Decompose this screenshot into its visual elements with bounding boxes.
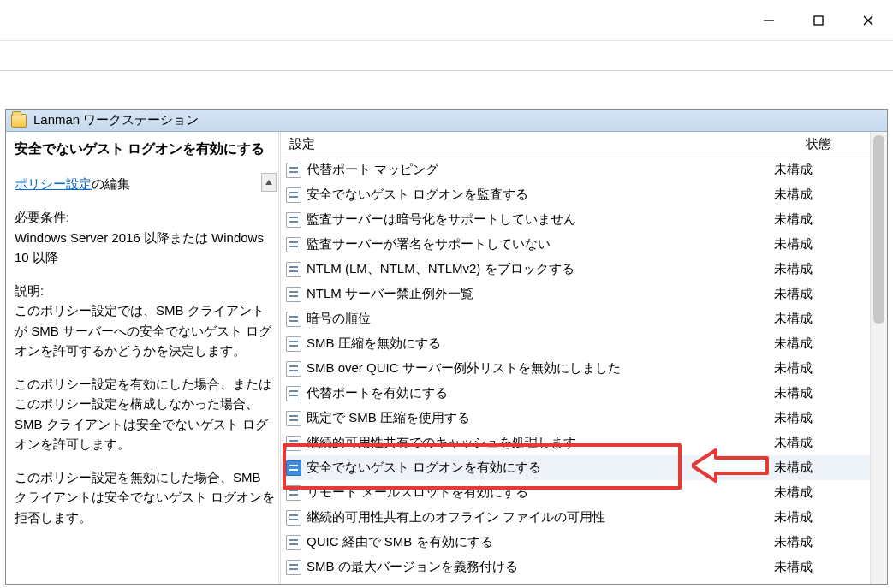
- requirements-text: Windows Server 2016 以降または Windows 10 以降: [15, 228, 277, 268]
- policy-item-icon: [286, 163, 301, 178]
- description-label: 説明:: [15, 281, 277, 300]
- list-item-label: リモート メールスロットを有効にする: [307, 484, 774, 501]
- list-item-state: 未構成: [774, 311, 870, 327]
- list-item-state: 未構成: [774, 509, 870, 526]
- list-item[interactable]: 監査サーバーが署名をサポートしていない未構成: [281, 232, 870, 257]
- list-item-state: 未構成: [774, 559, 870, 575]
- maximize-button[interactable]: [794, 0, 843, 40]
- policy-item-icon: [286, 212, 301, 228]
- policy-item-icon: [286, 312, 301, 327]
- list-item-label: SMB 圧縮を無効にする: [307, 336, 774, 352]
- list-item[interactable]: QUIC 経由で SMB を有効にする未構成: [281, 530, 870, 555]
- list-item[interactable]: SMB の最大バージョンを義務付ける未構成: [281, 555, 870, 579]
- list-item-label: 監査サーバーは暗号化をサポートしていません: [307, 211, 774, 228]
- list-item-label: SMB over QUIC サーバー例外リストを無効にしました: [307, 360, 774, 377]
- list-item-label: 安全でないゲスト ログオンを監査する: [307, 187, 774, 203]
- list-item[interactable]: 安全でないゲスト ログオンを監査する未構成: [281, 182, 870, 207]
- settings-list-pane: 設定 状態 代替ポート マッピング未構成安全でないゲスト ログオンを監査する未構…: [281, 132, 887, 584]
- list-item-label: 継続的可用性共有でのキャッシュを処理します: [307, 435, 774, 451]
- selected-setting-title: 安全でないゲスト ログオンを有効にする: [15, 140, 277, 158]
- policy-item-icon: [286, 436, 301, 451]
- column-headers: 設定 状態: [281, 132, 870, 157]
- policy-item-icon: [286, 336, 301, 352]
- list-item-label: 継続的可用性共有上のオフライン ファイルの可用性: [307, 509, 774, 526]
- list-item[interactable]: 既定で SMB 圧縮を使用する未構成: [281, 406, 870, 431]
- list-item[interactable]: 継続的可用性共有でのキャッシュを処理します未構成: [281, 431, 870, 455]
- list-item[interactable]: 暗号の順位未構成: [281, 306, 870, 331]
- list-item-state: 未構成: [774, 534, 870, 550]
- policy-item-icon: [286, 411, 301, 426]
- details-pane: 安全でないゲスト ログオンを有効にする ポリシー設定の編集 必要条件: Wind…: [6, 132, 278, 584]
- list-item-label: NTLM サーバー禁止例外一覧: [307, 286, 774, 302]
- spacer: [0, 71, 893, 109]
- list-item[interactable]: 代替ポートを有効にする未構成: [281, 381, 870, 406]
- list-item[interactable]: SMB over QUIC サーバー例外リストを無効にしました未構成: [281, 356, 870, 381]
- list-item-state: 未構成: [774, 385, 870, 401]
- policy-item-icon: [286, 237, 301, 252]
- policy-item-icon: [286, 485, 301, 501]
- window: Lanman ワークステーション 安全でないゲスト ログオンを有効にする ポリシ…: [0, 0, 893, 588]
- scroll-up-button[interactable]: [261, 173, 277, 192]
- list-item-state: 未構成: [774, 286, 870, 302]
- svg-marker-4: [265, 180, 272, 185]
- policy-item-icon: [286, 510, 301, 526]
- list-item[interactable]: NTLM サーバー禁止例外一覧未構成: [281, 282, 870, 306]
- list-item-state: 未構成: [774, 187, 870, 203]
- list-item[interactable]: 安全でないゲスト ログオンを有効にする未構成: [281, 455, 870, 480]
- edit-suffix: の編集: [92, 176, 130, 191]
- list-item-label: 代替ポート マッピング: [307, 162, 774, 178]
- list-item-state: 未構成: [774, 261, 870, 277]
- vertical-scrollbar[interactable]: [870, 132, 887, 584]
- list-item[interactable]: 監査サーバーは暗号化をサポートしていません未構成: [281, 207, 870, 232]
- list-item-state: 未構成: [774, 435, 870, 451]
- rows-container: 代替ポート マッピング未構成安全でないゲスト ログオンを監査する未構成監査サーバ…: [281, 157, 870, 579]
- panel-header: Lanman ワークステーション: [6, 110, 887, 132]
- list-item-label: QUIC 経由で SMB を有効にする: [307, 534, 774, 550]
- list-item-label: 暗号の順位: [307, 311, 774, 327]
- list-item-state: 未構成: [774, 162, 870, 178]
- list-item-state: 未構成: [774, 211, 870, 228]
- list-area: 設定 状態 代替ポート マッピング未構成安全でないゲスト ログオンを監査する未構…: [281, 132, 870, 584]
- description-p2: このポリシー設定を有効にした場合、またはこのポリシー設定を構成しなかった場合、S…: [15, 374, 277, 454]
- toolbar-area: [0, 41, 893, 71]
- list-item-state: 未構成: [774, 410, 870, 426]
- list-item[interactable]: リモート メールスロットを有効にする未構成: [281, 480, 870, 505]
- requirements-label: 必要条件:: [15, 207, 277, 227]
- list-item-label: 安全でないゲスト ログオンを有効にする: [307, 460, 774, 476]
- close-button[interactable]: [843, 0, 893, 40]
- list-item-label: 代替ポートを有効にする: [307, 385, 774, 401]
- list-item[interactable]: 継続的可用性共有上のオフライン ファイルの可用性未構成: [281, 505, 870, 530]
- list-item[interactable]: SMB 圧縮を無効にする未構成: [281, 331, 870, 356]
- policy-item-icon: [286, 386, 301, 401]
- svg-rect-1: [814, 16, 823, 25]
- policy-item-icon: [286, 560, 301, 575]
- list-item-state: 未構成: [774, 236, 870, 252]
- edit-policy-link[interactable]: ポリシー設定: [15, 176, 92, 191]
- panel-body: 安全でないゲスト ログオンを有効にする ポリシー設定の編集 必要条件: Wind…: [6, 132, 887, 584]
- caption-buttons: [744, 0, 893, 40]
- list-item[interactable]: NTLM (LM、NTLM、NTLMv2) をブロックする未構成: [281, 257, 870, 282]
- list-item[interactable]: 代替ポート マッピング未構成: [281, 157, 870, 182]
- column-name[interactable]: 設定: [281, 136, 767, 152]
- list-item-label: SMB の最大バージョンを義務付ける: [307, 559, 774, 575]
- list-item-label: 既定で SMB 圧縮を使用する: [307, 410, 774, 426]
- column-state[interactable]: 状態: [767, 136, 870, 152]
- folder-icon: [11, 114, 27, 128]
- list-item-state: 未構成: [774, 460, 870, 476]
- description-p1: このポリシー設定では、SMB クライアントが SMB サーバーへの安全でないゲス…: [15, 300, 277, 360]
- minimize-button[interactable]: [744, 0, 794, 40]
- list-item-state: 未構成: [774, 484, 870, 501]
- panel-title: Lanman ワークステーション: [33, 112, 199, 128]
- policy-item-icon: [286, 187, 301, 203]
- scrollbar-thumb[interactable]: [873, 135, 884, 324]
- policy-item-icon: [286, 535, 301, 550]
- policy-panel: Lanman ワークステーション 安全でないゲスト ログオンを有効にする ポリシ…: [5, 109, 888, 585]
- list-item-label: NTLM (LM、NTLM、NTLMv2) をブロックする: [307, 261, 774, 277]
- list-item-label: 監査サーバーが署名をサポートしていない: [307, 236, 774, 252]
- policy-item-icon: [286, 287, 301, 302]
- list-item-state: 未構成: [774, 336, 870, 352]
- description-p3: このポリシー設定を無効にした場合、SMB クライアントは安全でないゲスト ログオ…: [15, 467, 277, 527]
- policy-item-icon: [286, 460, 301, 476]
- policy-item-icon: [286, 361, 301, 377]
- list-item-state: 未構成: [774, 360, 870, 377]
